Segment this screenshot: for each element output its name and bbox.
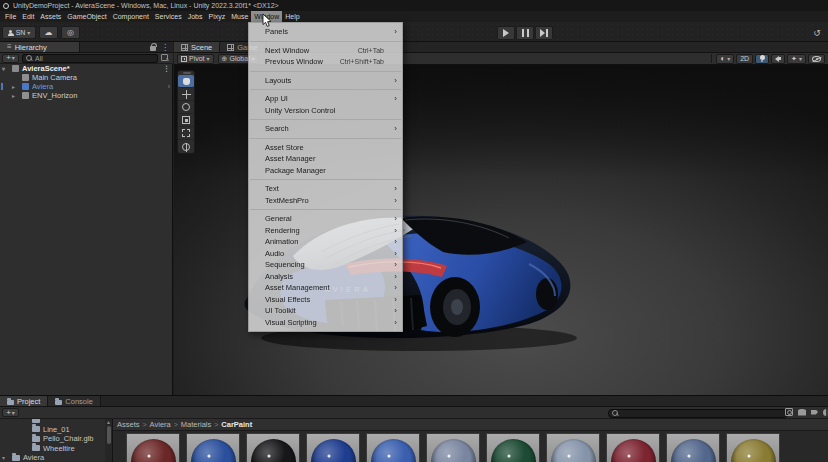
hierarchy-search-input[interactable]: All	[22, 54, 158, 63]
dropdown-menu-item[interactable]: General ›	[249, 213, 402, 225]
label-tag-icon[interactable]	[811, 410, 818, 415]
dropdown-menu-item[interactable]: Asset Manager ›	[249, 153, 402, 165]
menu-item[interactable]: Muse	[228, 11, 251, 22]
breadcrumb-item[interactable]: >	[143, 421, 147, 428]
dropdown-menu-item[interactable]: Analysis ›	[249, 271, 402, 283]
menu-item[interactable]: Component	[110, 11, 152, 22]
material-thumbnail[interactable]	[606, 433, 660, 462]
dropdown-menu-item[interactable]: ›	[249, 135, 402, 142]
package-icon[interactable]	[798, 409, 806, 416]
search-by-type-icon[interactable]	[785, 408, 793, 416]
dropdown-menu-item[interactable]: TextMeshPro ›	[249, 195, 402, 207]
add-gameobject-button[interactable]: + ▾	[2, 54, 19, 63]
expander-closed-icon[interactable]: ▸	[12, 83, 20, 90]
transform-tool-button[interactable]	[178, 140, 194, 153]
hierarchy-row[interactable]: ▾ ▸ AvieraScene* ⋮ ›	[0, 64, 173, 73]
dropdown-menu-item[interactable]: ›	[249, 206, 402, 213]
dropdown-menu-item[interactable]: ›	[249, 38, 402, 45]
scrollbar-thumb[interactable]	[107, 426, 111, 444]
dropdown-menu-item[interactable]: Previous Window Ctrl+Shift+Tab ›	[249, 56, 402, 68]
menu-item[interactable]: Help	[282, 11, 302, 22]
material-thumbnail[interactable]	[246, 433, 300, 462]
material-thumbnail[interactable]	[186, 433, 240, 462]
search-filter-icon[interactable]	[161, 54, 169, 62]
dropdown-menu-item[interactable]: ›	[249, 176, 402, 183]
drag-handle[interactable]	[183, 72, 191, 74]
material-thumbnail[interactable]	[486, 433, 540, 462]
breadcrumb-item[interactable]: CarPaint	[221, 420, 252, 429]
dropdown-menu-item[interactable]: Animation ›	[249, 236, 402, 248]
project-or-console-tab[interactable]: Project	[0, 396, 48, 406]
material-thumbnail[interactable]	[306, 433, 360, 462]
dropdown-menu-item[interactable]: Asset Management ›	[249, 282, 402, 294]
scroll-up-icon[interactable]: ▲	[105, 419, 112, 425]
dropdown-menu-item[interactable]: ›	[249, 86, 402, 93]
hierarchy-row[interactable]: ▾ ▸ Aviera ⋮ ›	[0, 82, 173, 91]
pivot-toggle-button[interactable]: Pivot ▾	[177, 54, 214, 64]
scene-visibility-button[interactable]	[808, 54, 825, 64]
account-button[interactable]: SN ▾	[2, 26, 36, 39]
2d-toggle-button[interactable]: 2D	[736, 54, 753, 64]
tab-hierarchy[interactable]: ≡ Hierarchy	[0, 42, 80, 52]
dropdown-menu-item[interactable]: Asset Store ›	[249, 142, 402, 154]
breadcrumb-item[interactable]: Assets	[117, 420, 140, 429]
menu-item[interactable]: GameObject	[64, 11, 109, 22]
step-button[interactable]	[535, 26, 553, 40]
project-tree-row[interactable]: ▾ ▸ Line_01	[0, 425, 105, 435]
project-tree-row[interactable]: ▾ ▸ Wheeltire	[0, 444, 105, 454]
dropdown-menu-item[interactable]: Visual Scripting ›	[249, 317, 402, 329]
dropdown-menu-item[interactable]: ›	[249, 116, 402, 123]
material-thumbnail[interactable]	[426, 433, 480, 462]
effects-dropdown[interactable]: ✦ ▾	[787, 54, 806, 64]
dropdown-menu-item[interactable]: Package Manager ›	[249, 165, 402, 177]
menu-item[interactable]: Edit	[19, 11, 37, 22]
material-thumbnail[interactable]	[546, 433, 600, 462]
breadcrumb-item[interactable]: >	[174, 421, 178, 428]
hidden-packages-icon[interactable]	[823, 409, 828, 416]
breadcrumb-item[interactable]: Materials	[181, 420, 211, 429]
project-search-input[interactable]	[608, 409, 788, 418]
scene-or-game-tab[interactable]: Scene	[174, 42, 220, 52]
audio-toggle-button[interactable]	[771, 54, 785, 64]
expander-open-icon[interactable]: ▾	[2, 65, 10, 72]
prefab-open-arrow[interactable]: ›	[168, 83, 170, 90]
scale-tool-button[interactable]	[178, 114, 194, 127]
cloud-services-button[interactable]: ☁	[39, 26, 58, 39]
dropdown-menu-item[interactable]: Visual Effects ›	[249, 294, 402, 306]
hierarchy-row[interactable]: ▾ ▸ ENV_Horizon ⋮ ›	[0, 91, 173, 100]
dropdown-menu-item[interactable]: Text ›	[249, 183, 402, 195]
add-asset-button[interactable]: + ▾	[2, 408, 19, 417]
project-tree-row[interactable]: ▾ ▸ Pello_Chair.glb	[0, 434, 105, 444]
project-tree-row[interactable]: ▾ ▸ Aviera	[0, 453, 105, 462]
move-tool-button[interactable]	[178, 88, 194, 101]
breadcrumb-item[interactable]: >	[214, 421, 218, 428]
project-or-console-tab[interactable]: Console	[48, 396, 101, 406]
menu-item[interactable]: Jobs	[185, 11, 206, 22]
lighting-toggle-button[interactable]	[755, 54, 769, 64]
rect-tool-button[interactable]	[178, 127, 194, 140]
dropdown-menu-item[interactable]: App UI ›	[249, 93, 402, 105]
kebab-menu-icon[interactable]: ⋮	[161, 43, 169, 52]
material-thumbnail[interactable]	[366, 433, 420, 462]
expander-closed-icon[interactable]: ▸	[12, 92, 20, 99]
dropdown-menu-item[interactable]: Rendering ›	[249, 225, 402, 237]
dropdown-menu-item[interactable]: ›	[249, 68, 402, 75]
target-button[interactable]: ◎	[61, 26, 80, 39]
view-tool-button[interactable]	[178, 75, 194, 88]
rotate-tool-button[interactable]	[178, 101, 194, 114]
dropdown-menu-item[interactable]: Audio ›	[249, 248, 402, 260]
menu-item[interactable]: Assets	[37, 11, 64, 22]
dropdown-menu-item[interactable]: Search ›	[249, 123, 402, 135]
menu-item[interactable]: Pixyz	[206, 11, 229, 22]
undo-history-button[interactable]: ↺	[809, 26, 825, 40]
hierarchy-row[interactable]: ▾ ▸ Main Camera ⋮ ›	[0, 73, 173, 82]
tree-scrollbar[interactable]: ▲	[105, 419, 112, 462]
lock-icon[interactable]	[150, 46, 156, 51]
dropdown-menu-item[interactable]: UI Toolkit ›	[249, 305, 402, 317]
material-thumbnail[interactable]	[666, 433, 720, 462]
material-thumbnail[interactable]	[726, 433, 780, 462]
breadcrumb-item[interactable]: Aviera	[150, 420, 171, 429]
dropdown-menu-item[interactable]: Layouts ›	[249, 75, 402, 87]
kebab-menu-icon[interactable]: ⋮	[163, 65, 170, 73]
play-button[interactable]	[497, 26, 515, 40]
